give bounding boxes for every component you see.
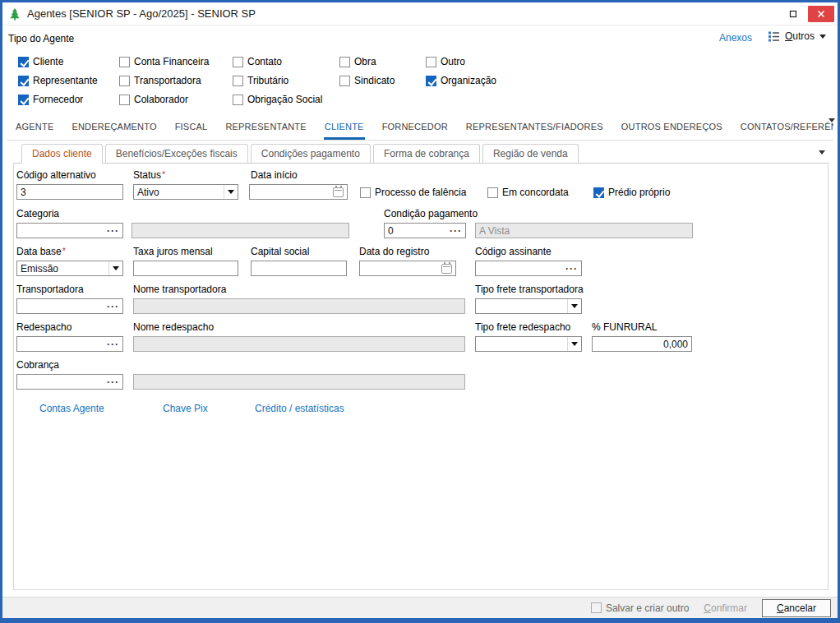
chevron-down-icon xyxy=(567,299,581,313)
funrural-label: % FUNRURAL xyxy=(592,321,657,333)
cobranca-descricao-readonly xyxy=(133,374,465,390)
data-do-registro-label: Data do registro xyxy=(359,246,429,257)
window-title: Agentes [SENIOR SP - Ago/2025] - SENIOR … xyxy=(27,7,256,20)
outros-label: Outros xyxy=(785,30,815,42)
tabs-overflow-chevron-icon[interactable] xyxy=(828,118,835,122)
checkbox-label: Salvar e criar outro xyxy=(606,602,689,614)
tab-representantes-fiadores[interactable]: REPRESENTANTES/FIADORES xyxy=(465,115,604,140)
checkbox-processo-de-falencia[interactable]: Processo de falência xyxy=(360,187,466,198)
checkbox-label: Colaborador xyxy=(134,94,188,105)
checkbox-label: Prédio próprio xyxy=(608,187,670,198)
nome-redespacho-readonly xyxy=(133,336,465,352)
checkbox-fornecedor[interactable]: Fornecedor xyxy=(18,94,98,105)
checkbox-obrigacao-social[interactable]: Obrigação Social xyxy=(233,94,322,105)
redespacho-label: Redespacho xyxy=(16,321,72,333)
subtab-forma-de-cobranca[interactable]: Forma de cobrança xyxy=(373,144,480,164)
confirmar-button[interactable]: Confirmar xyxy=(704,602,747,614)
tab-outros-enderecos[interactable]: OUTROS ENDEREÇOS xyxy=(621,115,723,140)
tipo-frete-transportadora-select[interactable] xyxy=(475,298,582,314)
subtabs-overflow-chevron-icon[interactable] xyxy=(819,150,825,155)
checkbox-tributario[interactable]: Tributário xyxy=(233,75,322,86)
checkbox-label: Tributário xyxy=(247,75,288,86)
contas-agente-link[interactable]: Contas Agente xyxy=(39,403,104,414)
tipo-agente-column-2: Conta Financeira Transportadora Colabora… xyxy=(119,56,209,105)
checkbox-transportadora[interactable]: Transportadora xyxy=(119,75,209,86)
condicao-pagamento-descricao-value: A Vista xyxy=(479,225,510,237)
checkbox-em-concordata[interactable]: Em concordata xyxy=(487,187,569,198)
chave-pix-link[interactable]: Chave Pix xyxy=(163,403,208,414)
subtab-dados-cliente[interactable]: Dados cliente xyxy=(21,144,103,164)
taxa-juros-mensal-label: Taxa juros mensal xyxy=(133,246,213,257)
checkbox-contato[interactable]: Contato xyxy=(233,56,322,67)
checkbox-representante[interactable]: Representante xyxy=(18,75,98,86)
tab-cliente[interactable]: CLIENTE xyxy=(324,115,365,140)
data-do-registro-input[interactable] xyxy=(359,261,456,276)
tab-fornecedor[interactable]: FORNECEDOR xyxy=(381,115,449,140)
cobranca-lookup-input[interactable] xyxy=(16,374,123,390)
checkbox-box xyxy=(18,57,29,67)
checkbox-outro[interactable]: Outro xyxy=(426,56,496,67)
tab-representante[interactable]: REPRESENTANTE xyxy=(224,115,307,140)
categoria-label: Categoria xyxy=(16,208,59,219)
checkbox-organizacao[interactable]: Organização xyxy=(426,75,496,86)
taxa-juros-mensal-input[interactable] xyxy=(133,261,238,276)
checkbox-obra[interactable]: Obra xyxy=(339,56,395,67)
checkbox-box xyxy=(593,187,604,198)
nome-transportadora-label: Nome transportadora xyxy=(133,284,226,295)
cancelar-button[interactable]: Cancelar xyxy=(762,599,831,617)
ellipsis-lookup-icon xyxy=(107,341,119,348)
data-inicio-input[interactable] xyxy=(249,184,348,200)
codigo-alternativo-input[interactable]: 3 xyxy=(16,184,123,200)
checkbox-label: Transportadora xyxy=(134,75,201,86)
ellipsis-lookup-icon xyxy=(107,379,119,385)
ellipsis-lookup-icon xyxy=(450,228,462,234)
capital-social-input[interactable] xyxy=(251,261,347,276)
checkbox-predio-proprio[interactable]: Prédio próprio xyxy=(593,187,670,198)
restore-window-button[interactable] xyxy=(781,6,805,22)
window-frame-top xyxy=(0,0,840,2)
checkbox-label: Cliente xyxy=(33,56,63,67)
subtab-beneficios-excecoes-fiscais[interactable]: Benefícios/Exceções fiscais xyxy=(105,144,248,164)
checkbox-box xyxy=(426,57,436,67)
restore-icon xyxy=(789,10,797,18)
credito-estatisticas-link[interactable]: Crédito / estatísticas xyxy=(255,403,344,414)
close-window-button[interactable] xyxy=(808,6,834,22)
tab-enderecamento[interactable]: ENDEREÇAMENTO xyxy=(71,115,157,140)
checkbox-sindicato[interactable]: Sindicato xyxy=(339,75,395,86)
outros-menu-button[interactable]: Outros xyxy=(768,26,826,46)
tipo-frete-redespacho-label: Tipo frete redespacho xyxy=(475,321,570,333)
status-select[interactable]: Ativo xyxy=(133,184,238,200)
transportadora-lookup-input[interactable] xyxy=(16,298,123,314)
checkbox-label: Conta Financeira xyxy=(134,56,209,67)
nome-redespacho-label: Nome redespacho xyxy=(133,321,214,333)
tab-fiscal[interactable]: FISCAL xyxy=(174,115,209,140)
tab-contatos-referencias[interactable]: CONTATOS/REFERÊNCIAS xyxy=(740,115,833,140)
redespacho-lookup-input[interactable] xyxy=(16,336,123,352)
categoria-lookup-input[interactable] xyxy=(16,223,123,238)
data-base-select[interactable]: Emissão xyxy=(16,261,123,276)
checkbox-conta-financeira[interactable]: Conta Financeira xyxy=(119,56,209,67)
subtab-condicoes-pagamento[interactable]: Condições pagamento xyxy=(251,144,371,164)
codigo-assinante-label: Código assinante xyxy=(475,246,552,257)
tipo-frete-redespacho-select[interactable] xyxy=(475,336,582,352)
transportadora-label: Transportadora xyxy=(16,284,84,295)
ellipsis-lookup-icon xyxy=(565,265,578,272)
funrural-input[interactable]: 0,000 xyxy=(592,336,692,352)
tab-agente[interactable]: AGENTE xyxy=(15,115,54,140)
subtab-regiao-de-venda[interactable]: Região de venda xyxy=(482,144,579,164)
condicao-pagamento-lookup-input[interactable]: 0 xyxy=(384,223,466,238)
checkbox-box xyxy=(119,95,130,105)
checkbox-colaborador[interactable]: Colaborador xyxy=(119,94,209,105)
checkbox-box xyxy=(18,95,29,105)
checkbox-label: Obra xyxy=(354,56,376,67)
anexos-link[interactable]: Anexos xyxy=(719,32,752,44)
categoria-descricao-readonly xyxy=(132,223,349,238)
checkbox-box xyxy=(119,76,130,86)
checkbox-salvar-e-criar-outro[interactable]: Salvar e criar outro xyxy=(591,602,689,614)
codigo-assinante-lookup-input[interactable] xyxy=(475,261,582,276)
checkbox-box xyxy=(119,57,130,67)
checkbox-label: Processo de falência xyxy=(375,187,466,198)
checkbox-cliente[interactable]: Cliente xyxy=(18,56,98,67)
app-tree-icon xyxy=(8,7,21,21)
condicao-pagamento-value: 0 xyxy=(388,225,394,237)
